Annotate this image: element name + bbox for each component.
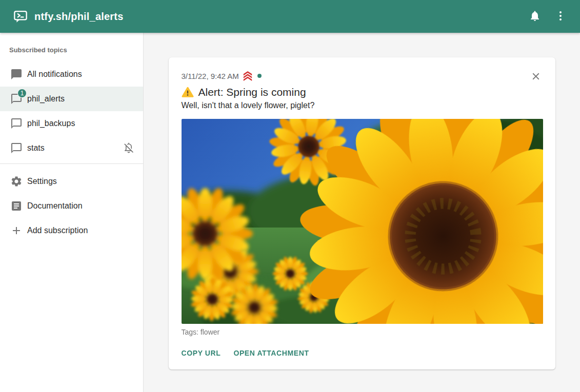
notification-body: Well, isn't that a lovely flower, piglet… [182,101,543,110]
kebab-menu-icon [554,10,567,24]
notifications-muted-icon [123,142,135,154]
sidebar-item-stats[interactable]: stats [0,136,143,160]
main-content: 3/11/22, 9:42 AM [144,33,580,392]
sidebar-item-label: phil_alerts [27,94,65,104]
priority-max-icon [242,71,253,81]
notification-card: 3/11/22, 9:42 AM [169,57,555,369]
sidebar-item-label: phil_backups [27,119,75,128]
overflow-menu-button[interactable] [549,5,572,28]
sidebar: Subscribed topics All notifications 1 ph… [0,33,144,392]
copy-url-button[interactable]: COPY URL [182,349,221,357]
unread-dot [257,74,262,78]
notification-title-text: Alert: Spring is coming [198,86,306,98]
attachment-image[interactable] [182,119,543,324]
sidebar-item-all-notifications[interactable]: All notifications [0,62,143,87]
sidebar-item-label: Settings [27,177,57,186]
chat-bubble-outline-icon: 1 [10,93,23,105]
sidebar-item-label: stats [27,143,45,153]
close-icon [530,76,542,84]
notification-timestamp: 3/11/22, 9:42 AM [182,72,239,80]
warning-emoji-icon [182,86,194,98]
open-attachment-button[interactable]: OPEN ATTACHMENT [233,349,309,357]
sidebar-item-phil-backups[interactable]: phil_backups [0,111,143,136]
app-header: ntfy.sh/phil_alerts [0,0,580,33]
chat-bubble-outline-icon [10,117,23,130]
ntfy-logo-icon [13,9,28,24]
notification-tags: Tags: flower [182,328,543,336]
sidebar-item-documentation[interactable]: Documentation [0,194,143,218]
sidebar-item-phil-alerts[interactable]: 1 phil_alerts [0,87,143,111]
sidebar-item-add-subscription[interactable]: Add subscription [0,218,143,243]
sunflower-photo [182,119,543,324]
notification-title: Alert: Spring is coming [182,86,543,98]
page-title: ntfy.sh/phil_alerts [34,11,521,23]
gear-icon [10,175,23,188]
close-notification-button[interactable] [529,70,543,84]
unread-count-badge: 1 [17,89,27,98]
notification-meta: 3/11/22, 9:42 AM [182,71,543,81]
sidebar-item-settings[interactable]: Settings [0,169,143,194]
sidebar-item-label: All notifications [27,70,82,79]
notifications-button[interactable] [524,5,546,28]
notification-actions: COPY URL OPEN ATTACHMENT [182,349,543,357]
plus-icon [10,224,23,237]
sidebar-item-label: Documentation [27,201,83,211]
sidebar-divider [0,163,143,164]
bell-icon [529,10,541,24]
chat-bubble-outline-icon [10,142,23,154]
article-icon [10,200,23,212]
subscribed-topics-label: Subscribed topics [0,33,143,62]
sidebar-item-label: Add subscription [27,226,88,235]
chat-bubble-filled-icon [10,68,23,80]
